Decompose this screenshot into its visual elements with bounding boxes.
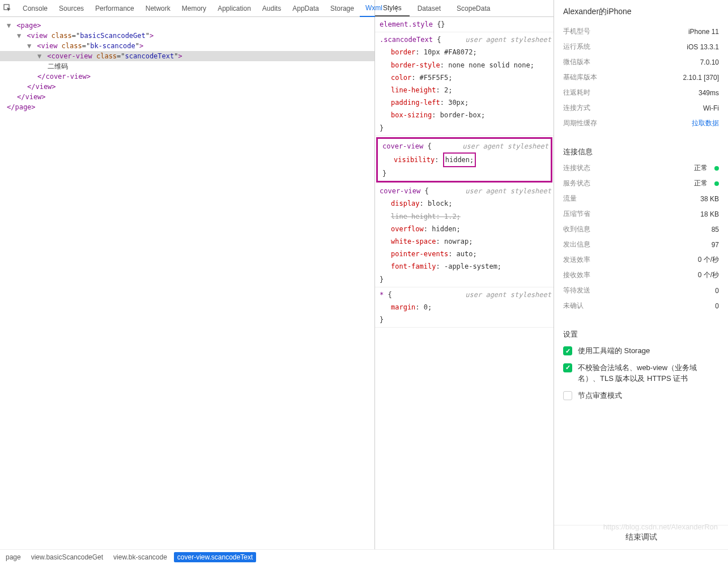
device-info-row[interactable]: 周期性缓存拉取数据 — [563, 116, 719, 131]
tab-console[interactable]: Console — [17, 0, 53, 17]
tree-line[interactable]: ▼ <view class="bk-scancode"> — [0, 41, 374, 51]
conn-info-row: 连接状态正常 — [563, 160, 719, 176]
tab-memory[interactable]: Memory — [176, 0, 212, 17]
device-info-row: 往返耗时349ms — [563, 85, 719, 100]
device-info-row: 连接方式Wi-Fi — [563, 100, 719, 116]
device-panel: Alexander的iPhone 手机型号iPhone 11运行系统iOS 13… — [554, 0, 728, 549]
device-info-row: 微信版本7.0.10 — [563, 54, 719, 70]
styles-list[interactable]: element.style {}user agent stylesheet.sc… — [375, 17, 554, 549]
conn-info-row: 等待发送0 — [563, 283, 719, 298]
subtab-styles[interactable]: Styles — [375, 0, 410, 16]
css-rule[interactable]: element.style {} — [375, 17, 554, 32]
setting-checkbox[interactable]: 节点审查模式 — [563, 390, 719, 401]
conn-info-row: 发出信息97 — [563, 237, 719, 252]
tab-audits[interactable]: Audits — [257, 0, 287, 17]
breadcrumb-item[interactable]: view.bk-scancode — [110, 552, 171, 562]
tab-network[interactable]: Network — [140, 0, 176, 17]
breadcrumb-item[interactable]: page — [2, 552, 24, 562]
tree-line[interactable]: 二维码 — [0, 61, 374, 71]
device-info-row: 运行系统iOS 13.3.1 — [563, 39, 719, 54]
inspect-icon[interactable] — [3, 4, 12, 13]
tree-line[interactable]: </view> — [0, 92, 374, 102]
settings-title: 设置 — [563, 329, 719, 340]
tree-line[interactable]: </cover-view> — [0, 71, 374, 82]
conn-title: 连接信息 — [563, 147, 719, 157]
css-rule[interactable]: user agent stylesheetcover-view {visibil… — [376, 137, 552, 183]
device-title: Alexander的iPhone — [554, 0, 728, 22]
conn-info-row: 流量38 KB — [563, 191, 719, 206]
setting-checkbox[interactable]: ✓不校验合法域名、web-view（业务域名）、TLS 版本以及 HTTPS 证… — [563, 362, 719, 384]
breadcrumb: pageview.basicScancodeGetview.bk-scancod… — [0, 549, 728, 564]
devtools-tabs: ConsoleSourcesPerformanceNetworkMemoryAp… — [0, 0, 374, 17]
tree-line[interactable]: ▼ <cover-view class="scancodeText"> — [0, 51, 374, 61]
device-info-row: 手机型号iPhone 11 — [563, 24, 719, 39]
tree-line[interactable]: ▼ <page> — [0, 20, 374, 31]
setting-checkbox[interactable]: ✓使用工具端的 Storage — [563, 345, 719, 357]
subtab-scopedata[interactable]: ScopeData — [449, 0, 498, 16]
css-rule[interactable]: user agent stylesheet* {margin: 0;} — [375, 287, 554, 328]
elements-panel: ConsoleSourcesPerformanceNetworkMemoryAp… — [0, 0, 375, 549]
dom-tree[interactable]: ▼ <page>▼ <view class="basicScancodeGet"… — [0, 17, 374, 549]
conn-info-row: 发送效率0 个/秒 — [563, 252, 719, 268]
tree-line[interactable]: ▼ <view class="basicScancodeGet"> — [0, 31, 374, 41]
css-rule[interactable]: user agent stylesheetcover-view {display… — [375, 184, 554, 287]
end-debug-button[interactable]: 结束调试 — [554, 525, 728, 549]
subtab-dataset[interactable]: Dataset — [410, 0, 449, 16]
tree-line[interactable]: </page> — [0, 102, 374, 112]
conn-info-row: 压缩节省18 KB — [563, 206, 719, 222]
breadcrumb-item[interactable]: view.basicScancodeGet — [28, 552, 107, 562]
css-rule[interactable]: user agent stylesheet.scancodeText {bord… — [375, 32, 554, 136]
tab-sources[interactable]: Sources — [53, 0, 90, 17]
breadcrumb-item[interactable]: cover-view.scancodeText — [174, 552, 256, 562]
conn-info-row: 收到信息85 — [563, 222, 719, 237]
tree-line[interactable]: </view> — [0, 82, 374, 92]
conn-info-row: 接收效率0 个/秒 — [563, 268, 719, 283]
styles-tabs: StylesDatasetScopeData — [375, 0, 554, 17]
conn-info-row: 服务状态正常 — [563, 176, 719, 191]
styles-panel: StylesDatasetScopeData element.style {}u… — [375, 0, 554, 549]
device-info-row: 基础库版本2.10.1 [370] — [563, 70, 719, 85]
conn-info-row: 未确认0 — [563, 298, 719, 313]
tab-application[interactable]: Application — [212, 0, 257, 17]
tab-appdata[interactable]: AppData — [287, 0, 325, 17]
tab-performance[interactable]: Performance — [90, 0, 140, 17]
tab-storage[interactable]: Storage — [325, 0, 360, 17]
